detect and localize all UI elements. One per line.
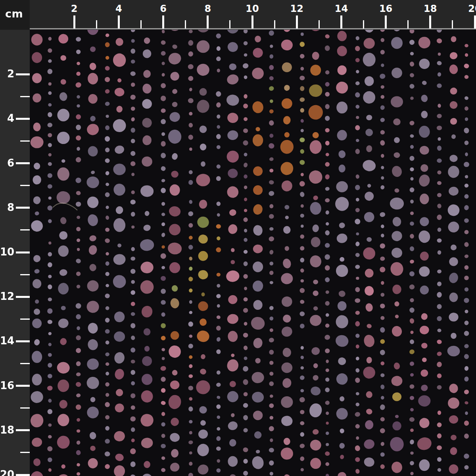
left-ruler: 2468101214161820 <box>0 30 30 476</box>
top-ruler-number-12: 12 <box>290 4 303 14</box>
top-ruler-number-14: 14 <box>335 4 348 14</box>
top-ruler-number-10: 10 <box>246 4 259 14</box>
fabric-dot <box>189 462 192 466</box>
fabric-ruler-screenshot: 2468101214161820 2468101214161820 cm <box>0 0 476 476</box>
top-tick-minor-19 <box>452 20 453 29</box>
left-tick-major-2 <box>16 73 30 75</box>
left-ruler-number-12: 12 <box>0 291 14 303</box>
fabric-dot <box>161 276 166 281</box>
fabric-dot <box>464 162 469 167</box>
left-tick-minor-19 <box>20 452 30 453</box>
fabric-dot <box>131 48 135 54</box>
fabric-dot <box>47 308 52 314</box>
left-tick-minor-15 <box>20 363 30 364</box>
left-ruler-number-8: 8 <box>0 202 14 213</box>
top-tick-minor-5 <box>140 20 142 29</box>
left-tick-minor-17 <box>20 407 30 409</box>
fabric-dot <box>464 321 468 325</box>
fabric-dot <box>313 280 318 284</box>
fabric-dot <box>77 429 80 432</box>
left-tick-major-18 <box>16 429 30 431</box>
fabric-dot <box>390 198 404 210</box>
left-ruler-number-18: 18 <box>0 424 14 436</box>
left-tick-major-16 <box>16 385 30 387</box>
fabric-dot <box>451 36 457 42</box>
fabric-dot <box>420 194 429 204</box>
left-tick-major-8 <box>16 207 30 209</box>
fabric-dot <box>171 331 179 340</box>
left-tick-major-4 <box>16 118 30 120</box>
fabric-dot <box>300 214 304 218</box>
left-tick-major-12 <box>16 296 30 298</box>
top-tick-minor-15 <box>363 20 364 29</box>
left-tick-minor-7 <box>20 185 30 186</box>
fabric-dot <box>300 279 304 282</box>
top-ruler-number-18: 18 <box>424 4 437 14</box>
left-ruler-number-10: 10 <box>0 246 14 258</box>
fabric-pattern-svg <box>30 30 476 476</box>
ruler-unit-box: cm <box>0 0 30 30</box>
fabric-dot <box>419 459 430 471</box>
left-tick-major-6 <box>16 162 30 164</box>
fabric-dot <box>188 386 193 390</box>
top-ruler-number-4: 4 <box>115 4 122 14</box>
fabric-dot <box>217 46 221 51</box>
top-tick-minor-3 <box>96 20 97 29</box>
fabric-dot <box>418 395 430 407</box>
left-tick-minor-9 <box>20 229 30 230</box>
fabric-dot <box>325 348 330 353</box>
fabric-dot <box>131 107 135 111</box>
top-tick-minor-7 <box>185 20 186 29</box>
top-tick-minor-9 <box>229 20 230 29</box>
top-tick-major-10 <box>251 15 253 29</box>
fabric-dot <box>326 422 328 425</box>
fabric-dot <box>130 200 135 204</box>
left-tick-minor-11 <box>20 274 30 275</box>
top-tick-major-8 <box>207 15 209 29</box>
top-ruler-number-16: 16 <box>379 4 392 14</box>
top-tick-major-4 <box>118 15 120 29</box>
top-ruler: 2468101214161820 <box>30 0 476 30</box>
fabric-dot <box>410 396 414 400</box>
top-tick-major-12 <box>296 15 298 29</box>
top-tick-minor-17 <box>407 20 409 29</box>
left-tick-minor-13 <box>20 319 30 320</box>
left-ruler-number-14: 14 <box>0 335 14 347</box>
top-tick-major-18 <box>429 15 431 29</box>
top-ruler-number-6: 6 <box>160 4 167 14</box>
fabric-dot <box>326 369 329 372</box>
left-tick-minor-5 <box>20 140 30 142</box>
top-tick-minor-11 <box>274 20 275 29</box>
left-ruler-number-4: 4 <box>0 113 14 125</box>
left-ruler-number-16: 16 <box>0 380 14 392</box>
top-tick-major-2 <box>73 15 75 29</box>
unit-label: cm <box>5 8 23 20</box>
fabric-dot <box>269 214 274 219</box>
left-tick-minor-3 <box>20 96 30 97</box>
left-tick-major-20 <box>16 474 30 476</box>
left-ruler-number-20: 20 <box>0 468 14 476</box>
left-ruler-number-6: 6 <box>0 157 14 169</box>
left-tick-major-14 <box>16 340 30 342</box>
fabric-dot <box>355 298 360 303</box>
top-tick-major-14 <box>340 15 342 29</box>
fabric-dot <box>61 306 66 310</box>
top-tick-major-16 <box>385 15 387 29</box>
top-tick-major-6 <box>162 15 164 29</box>
top-tick-minor-13 <box>319 20 320 29</box>
top-tick-major-20 <box>474 15 476 29</box>
fabric-dot <box>244 261 248 266</box>
top-ruler-number-2: 2 <box>71 4 78 14</box>
fabric-dot <box>131 161 136 166</box>
left-ruler-number-2: 2 <box>0 68 14 80</box>
fabric-dot <box>161 266 165 269</box>
fabric-dot <box>161 289 166 294</box>
fabric-dot <box>391 96 403 107</box>
top-ruler-number-8: 8 <box>204 4 211 14</box>
left-tick-major-10 <box>16 251 30 253</box>
fabric-dot <box>464 298 469 303</box>
top-ruler-number-20: 20 <box>468 4 476 14</box>
fabric-dot <box>48 298 52 301</box>
fabric-swatch <box>30 30 476 476</box>
